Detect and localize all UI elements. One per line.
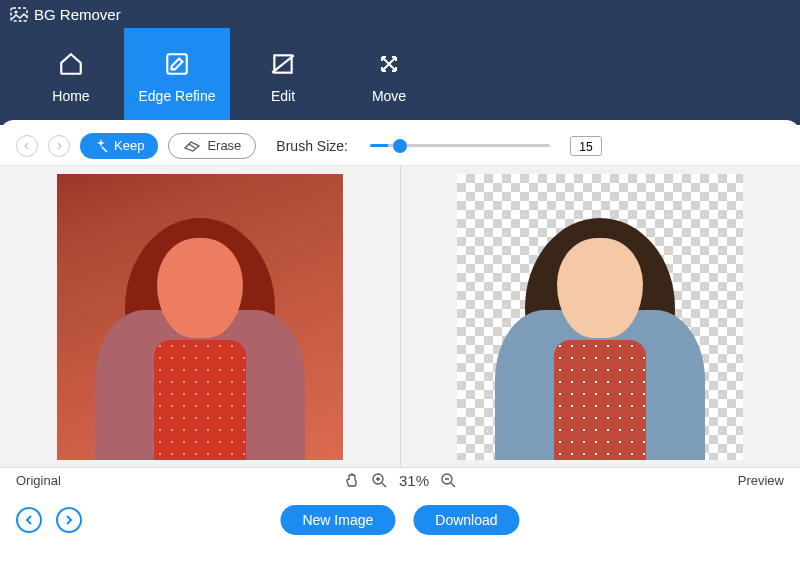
brush-size-slider[interactable] [370,144,550,147]
svg-point-1 [15,10,18,13]
preview-panel[interactable] [400,166,801,467]
brush-size-label: Brush Size: [276,138,348,154]
footer: New Image Download [0,495,800,545]
zoom-level: 31% [399,472,429,489]
arrows-move-icon [375,50,403,78]
new-image-button[interactable]: New Image [280,505,395,535]
original-label: Original [16,473,61,488]
crop-icon [269,50,297,78]
original-image [57,174,343,460]
workspace [0,165,800,467]
tab-label: Edge Refine [138,88,215,104]
tab-move[interactable]: Move [336,28,442,125]
zoom-out-icon[interactable] [441,473,456,488]
original-panel[interactable] [0,166,400,467]
keep-button[interactable]: Keep [80,133,158,159]
tab-label: Home [52,88,89,104]
zoom-in-icon[interactable] [372,473,387,488]
tab-edit[interactable]: Edit [230,28,336,125]
pencil-square-icon [163,50,191,78]
download-button[interactable]: Download [413,505,519,535]
titlebar: BG Remover [0,0,800,28]
brush-size-value: 15 [570,136,602,156]
tab-edge-refine[interactable]: Edge Refine [124,28,230,125]
magic-wand-icon [94,139,108,153]
tabs-container: Home Edge Refine Edit Move [0,28,800,125]
pan-hand-icon[interactable] [344,472,360,488]
app-title: BG Remover [34,6,121,23]
toolbar: Keep Erase Brush Size: 15 [0,120,800,165]
erase-button[interactable]: Erase [168,133,256,159]
tab-label: Edit [271,88,295,104]
statusbar: Original 31% Preview [0,467,800,492]
app-logo-icon [10,7,28,22]
home-icon [57,50,85,78]
undo-button[interactable] [16,135,38,157]
erase-label: Erase [207,138,241,153]
preview-label: Preview [738,473,784,488]
keep-label: Keep [114,138,144,153]
svg-rect-2 [167,54,187,74]
redo-button[interactable] [48,135,70,157]
tab-label: Move [372,88,406,104]
preview-image [457,174,743,460]
eraser-icon [183,140,201,152]
header: BG Remover Home Edge Refine Edit Move [0,0,800,125]
tab-home[interactable]: Home [18,28,124,125]
prev-image-button[interactable] [16,507,42,533]
next-image-button[interactable] [56,507,82,533]
